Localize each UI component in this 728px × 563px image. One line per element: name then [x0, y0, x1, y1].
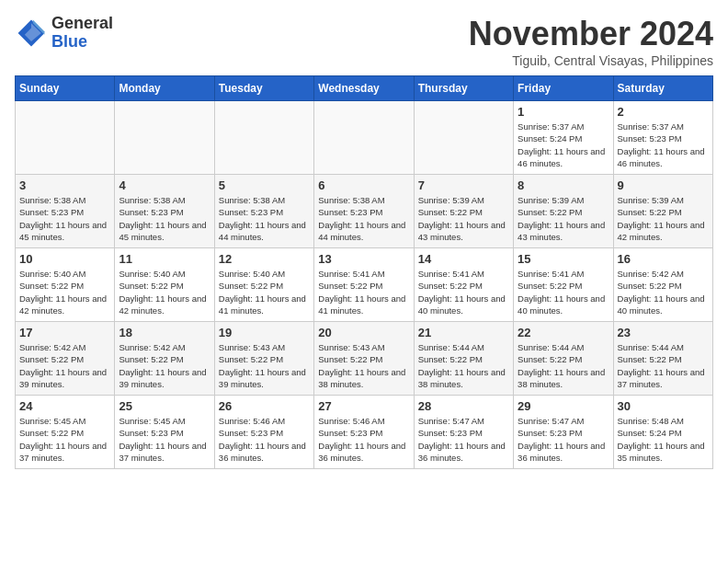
day-number: 13 [318, 252, 409, 266]
day-cell: 14Sunrise: 5:41 AM Sunset: 5:22 PM Dayli… [414, 248, 513, 322]
day-info: Sunrise: 5:38 AM Sunset: 5:23 PM Dayligh… [219, 194, 310, 243]
day-info: Sunrise: 5:47 AM Sunset: 5:23 PM Dayligh… [418, 415, 509, 464]
day-number: 29 [518, 399, 609, 413]
day-cell: 23Sunrise: 5:44 AM Sunset: 5:22 PM Dayli… [613, 322, 712, 396]
day-cell [16, 101, 115, 175]
day-cell: 1Sunrise: 5:37 AM Sunset: 5:24 PM Daylig… [514, 101, 613, 175]
day-cell: 2Sunrise: 5:37 AM Sunset: 5:23 PM Daylig… [613, 101, 712, 175]
day-number: 18 [119, 326, 210, 339]
day-cell: 16Sunrise: 5:42 AM Sunset: 5:22 PM Dayli… [613, 248, 712, 322]
day-info: Sunrise: 5:42 AM Sunset: 5:22 PM Dayligh… [119, 341, 210, 390]
location: Tiguib, Central Visayas, Philippines [469, 53, 713, 68]
day-number: 3 [19, 178, 110, 192]
header-monday: Monday [115, 76, 214, 101]
calendar-header: SundayMondayTuesdayWednesdayThursdayFrid… [16, 76, 713, 101]
week-row-3: 10Sunrise: 5:40 AM Sunset: 5:22 PM Dayli… [16, 248, 713, 322]
day-cell: 20Sunrise: 5:43 AM Sunset: 5:22 PM Dayli… [314, 322, 414, 396]
day-number: 12 [219, 252, 310, 266]
day-cell [314, 101, 414, 175]
day-number: 8 [518, 178, 609, 192]
page-header: General Blue November 2024 Tiguib, Centr… [15, 15, 713, 68]
day-number: 7 [418, 178, 509, 192]
header-thursday: Thursday [414, 76, 513, 101]
day-number: 1 [518, 105, 609, 119]
day-number: 26 [219, 399, 310, 413]
day-cell: 17Sunrise: 5:42 AM Sunset: 5:22 PM Dayli… [16, 322, 115, 396]
day-info: Sunrise: 5:41 AM Sunset: 5:22 PM Dayligh… [418, 268, 509, 316]
day-info: Sunrise: 5:44 AM Sunset: 5:22 PM Dayligh… [418, 341, 509, 390]
day-number: 2 [618, 105, 709, 119]
day-number: 9 [618, 178, 709, 192]
day-number: 28 [418, 399, 509, 413]
day-info: Sunrise: 5:48 AM Sunset: 5:24 PM Dayligh… [618, 415, 709, 464]
day-cell: 8Sunrise: 5:39 AM Sunset: 5:22 PM Daylig… [514, 175, 613, 248]
day-info: Sunrise: 5:40 AM Sunset: 5:22 PM Dayligh… [19, 268, 110, 316]
logo: General Blue [15, 15, 113, 52]
day-info: Sunrise: 5:40 AM Sunset: 5:22 PM Dayligh… [119, 268, 210, 316]
header-wednesday: Wednesday [314, 76, 414, 101]
header-sunday: Sunday [16, 76, 115, 101]
day-info: Sunrise: 5:45 AM Sunset: 5:22 PM Dayligh… [19, 415, 110, 464]
day-info: Sunrise: 5:44 AM Sunset: 5:22 PM Dayligh… [618, 341, 709, 390]
day-info: Sunrise: 5:39 AM Sunset: 5:22 PM Dayligh… [518, 194, 609, 243]
day-info: Sunrise: 5:39 AM Sunset: 5:22 PM Dayligh… [618, 194, 709, 243]
day-number: 10 [19, 252, 110, 266]
day-cell: 10Sunrise: 5:40 AM Sunset: 5:22 PM Dayli… [16, 248, 115, 322]
day-cell: 26Sunrise: 5:46 AM Sunset: 5:23 PM Dayli… [214, 396, 313, 469]
day-info: Sunrise: 5:38 AM Sunset: 5:23 PM Dayligh… [19, 194, 110, 243]
day-info: Sunrise: 5:40 AM Sunset: 5:22 PM Dayligh… [219, 268, 310, 316]
day-cell [214, 101, 313, 175]
day-info: Sunrise: 5:46 AM Sunset: 5:23 PM Dayligh… [219, 415, 310, 464]
day-number: 24 [19, 399, 110, 413]
week-row-5: 24Sunrise: 5:45 AM Sunset: 5:22 PM Dayli… [16, 396, 713, 469]
day-info: Sunrise: 5:41 AM Sunset: 5:22 PM Dayligh… [518, 268, 609, 316]
day-cell: 5Sunrise: 5:38 AM Sunset: 5:23 PM Daylig… [214, 175, 313, 248]
day-info: Sunrise: 5:39 AM Sunset: 5:22 PM Dayligh… [418, 194, 509, 243]
day-cell: 27Sunrise: 5:46 AM Sunset: 5:23 PM Dayli… [314, 396, 414, 469]
day-number: 30 [618, 399, 709, 413]
day-number: 15 [518, 252, 609, 266]
day-cell: 7Sunrise: 5:39 AM Sunset: 5:22 PM Daylig… [414, 175, 513, 248]
day-cell: 12Sunrise: 5:40 AM Sunset: 5:22 PM Dayli… [214, 248, 313, 322]
month-title: November 2024 [469, 15, 713, 53]
day-cell: 24Sunrise: 5:45 AM Sunset: 5:22 PM Dayli… [16, 396, 115, 469]
day-number: 4 [119, 178, 210, 192]
day-cell: 21Sunrise: 5:44 AM Sunset: 5:22 PM Dayli… [414, 322, 513, 396]
day-number: 20 [318, 326, 409, 339]
day-number: 6 [318, 178, 409, 192]
week-row-4: 17Sunrise: 5:42 AM Sunset: 5:22 PM Dayli… [16, 322, 713, 396]
day-cell: 4Sunrise: 5:38 AM Sunset: 5:23 PM Daylig… [115, 175, 214, 248]
day-cell: 6Sunrise: 5:38 AM Sunset: 5:23 PM Daylig… [314, 175, 414, 248]
day-info: Sunrise: 5:47 AM Sunset: 5:23 PM Dayligh… [518, 415, 609, 464]
day-cell: 11Sunrise: 5:40 AM Sunset: 5:22 PM Dayli… [115, 248, 214, 322]
day-cell: 30Sunrise: 5:48 AM Sunset: 5:24 PM Dayli… [613, 396, 712, 469]
day-info: Sunrise: 5:38 AM Sunset: 5:23 PM Dayligh… [119, 194, 210, 243]
day-cell: 19Sunrise: 5:43 AM Sunset: 5:22 PM Dayli… [214, 322, 313, 396]
header-saturday: Saturday [613, 76, 712, 101]
day-number: 25 [119, 399, 210, 413]
day-cell [414, 101, 513, 175]
day-number: 11 [119, 252, 210, 266]
day-info: Sunrise: 5:43 AM Sunset: 5:22 PM Dayligh… [318, 341, 409, 390]
header-row: SundayMondayTuesdayWednesdayThursdayFrid… [16, 76, 713, 101]
calendar-table: SundayMondayTuesdayWednesdayThursdayFrid… [15, 75, 713, 469]
day-info: Sunrise: 5:41 AM Sunset: 5:22 PM Dayligh… [318, 268, 409, 316]
day-cell: 9Sunrise: 5:39 AM Sunset: 5:22 PM Daylig… [613, 175, 712, 248]
day-info: Sunrise: 5:42 AM Sunset: 5:22 PM Dayligh… [19, 341, 110, 390]
header-tuesday: Tuesday [214, 76, 313, 101]
header-friday: Friday [514, 76, 613, 101]
day-number: 22 [518, 326, 609, 339]
day-number: 21 [418, 326, 509, 339]
calendar-body: 1Sunrise: 5:37 AM Sunset: 5:24 PM Daylig… [16, 101, 713, 469]
day-cell: 18Sunrise: 5:42 AM Sunset: 5:22 PM Dayli… [115, 322, 214, 396]
day-number: 16 [618, 252, 709, 266]
day-cell: 13Sunrise: 5:41 AM Sunset: 5:22 PM Dayli… [314, 248, 414, 322]
day-info: Sunrise: 5:44 AM Sunset: 5:22 PM Dayligh… [518, 341, 609, 390]
day-cell: 25Sunrise: 5:45 AM Sunset: 5:23 PM Dayli… [115, 396, 214, 469]
logo-icon [15, 17, 48, 50]
day-number: 27 [318, 399, 409, 413]
day-number: 14 [418, 252, 509, 266]
day-cell: 15Sunrise: 5:41 AM Sunset: 5:22 PM Dayli… [514, 248, 613, 322]
logo-text: General Blue [51, 15, 113, 52]
day-cell [115, 101, 214, 175]
